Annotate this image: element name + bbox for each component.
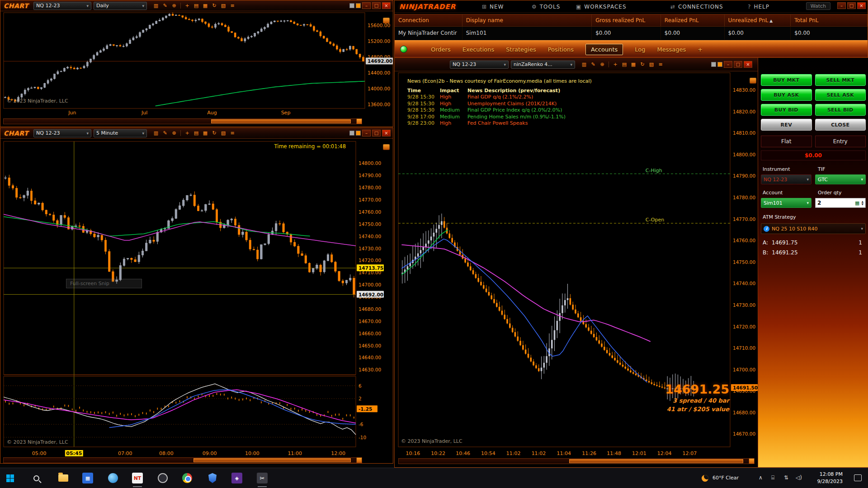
scrollbar-end-button[interactable] <box>356 119 362 124</box>
menu-new[interactable]: ⊞NEW <box>482 0 504 13</box>
skin-gray-square[interactable] <box>711 62 716 67</box>
horizontal-scrollbar[interactable] <box>3 457 362 463</box>
tab-accounts[interactable]: Accounts <box>585 44 623 55</box>
zoom-in-icon[interactable]: ⊕ <box>170 2 178 9</box>
maximize-button[interactable]: □ <box>847 2 856 9</box>
search-button[interactable] <box>30 472 42 484</box>
account-row[interactable]: My NinjaTrader ContirSim101$0.00$0.00$0.… <box>395 27 868 40</box>
weather-widget[interactable] <box>698 472 711 484</box>
sell-ask-button[interactable]: SELL ASK <box>815 89 866 101</box>
instrument-dropdown[interactable]: NQ 12-23 ▾ <box>450 61 509 69</box>
indicators-icon[interactable]: ≡ <box>656 61 665 68</box>
chart-trader-icon[interactable]: ▤ <box>192 2 200 9</box>
buy-bid-button[interactable]: BUY BID <box>761 104 812 116</box>
skin-orange-square[interactable] <box>356 131 361 136</box>
tray-volume-icon[interactable]: ◁) <box>796 474 802 481</box>
buy-ask-button[interactable]: BUY ASK <box>761 89 812 101</box>
tab-strategies[interactable]: Strategies <box>506 46 536 53</box>
chart-properties-icon[interactable] <box>750 78 756 84</box>
menu-workspaces[interactable]: ▣WORKSPACES <box>576 0 627 13</box>
tab-add[interactable]: + <box>698 46 703 53</box>
add-icon[interactable]: + <box>183 130 191 137</box>
close-button[interactable]: × <box>857 2 866 9</box>
horizontal-scrollbar[interactable] <box>398 458 755 464</box>
scrollbar-thumb[interactable] <box>211 119 351 123</box>
weather-label[interactable]: 60°F Clear <box>712 475 739 481</box>
scrollbar-end-button[interactable] <box>749 459 754 464</box>
data-grid-icon[interactable]: ▦ <box>201 130 209 137</box>
taskbar-item-purple-app[interactable]: ◈ <box>231 472 243 484</box>
taskbar-item-app[interactable] <box>107 472 119 484</box>
taskbar-item-security[interactable] <box>206 472 219 484</box>
daily-chart-titlebar[interactable]: CHART NQ 12-23 ▾ Daily ▾ ▥✎⊕+▤▦↻▧≡ –□× <box>0 0 393 11</box>
horizontal-scrollbar[interactable] <box>3 118 362 124</box>
tab-log[interactable]: Log <box>635 46 645 53</box>
instrument-dropdown[interactable]: NQ 12-23 ▾ <box>33 2 91 10</box>
action-center-icon[interactable] <box>854 474 862 481</box>
maximize-button[interactable]: □ <box>734 61 742 68</box>
close-button[interactable]: CLOSE <box>815 119 866 131</box>
alerts-icon[interactable]: ▧ <box>219 2 227 9</box>
taskbar-item-clock-app[interactable] <box>156 472 169 484</box>
column-header[interactable]: Unrealized PnL ▲ <box>725 14 791 26</box>
alerts-icon[interactable]: ▧ <box>219 130 227 137</box>
reload-icon[interactable]: ↻ <box>638 61 646 68</box>
minimize-button[interactable]: – <box>837 2 846 9</box>
taskbar-item-explorer[interactable] <box>57 472 70 484</box>
draw-tools-icon[interactable]: ✎ <box>161 130 169 137</box>
column-header[interactable]: Realized PnL <box>661 14 725 26</box>
skin-gray-square[interactable] <box>349 3 354 8</box>
column-header[interactable]: Connection <box>395 14 462 26</box>
taskbar-item-chrome[interactable] <box>181 472 193 484</box>
tab-orders[interactable]: Orders <box>431 46 451 53</box>
minimize-button[interactable]: – <box>362 2 371 9</box>
tab-messages[interactable]: Messages <box>657 46 686 53</box>
chart-properties-icon[interactable] <box>383 18 390 23</box>
zoom-in-icon[interactable]: ⊕ <box>598 61 606 68</box>
minimize-button[interactable]: – <box>724 61 732 68</box>
instrument-dropdown[interactable]: NQ 12-23 ▾ <box>33 129 91 137</box>
skin-gray-square[interactable] <box>349 131 354 136</box>
tif-dropdown[interactable]: GTC ▾ <box>815 174 866 184</box>
m5-chart-titlebar[interactable]: CHART NQ 12-23 ▾ 5 Minute ▾ ▥✎⊕+▤▦↻▧≡ –□… <box>0 128 393 139</box>
chart-trader-icon[interactable]: ▤ <box>620 61 628 68</box>
skin-orange-square[interactable] <box>717 62 722 67</box>
indicators-icon[interactable]: ≡ <box>228 2 236 9</box>
watch-button[interactable]: Watch <box>806 2 830 10</box>
menu-tools[interactable]: ⚙TOOLS <box>532 0 560 13</box>
chart-trader-icon[interactable]: ▤ <box>192 130 200 137</box>
atm-strategy-dropdown[interactable]: iNQ 25 10 S10 R40 ▾ <box>761 223 866 234</box>
column-header[interactable]: Display name <box>462 14 592 26</box>
maximize-button[interactable]: □ <box>372 130 381 136</box>
order-qty-input[interactable]: 2 ▦ ▲▼ <box>815 198 866 208</box>
accounts-table-header[interactable]: ConnectionDisplay nameGross realized PnL… <box>395 14 868 27</box>
menu-connections[interactable]: ⇄CONNECTIONS <box>670 0 723 13</box>
data-grid-icon[interactable]: ▦ <box>201 2 209 9</box>
close-button[interactable]: × <box>382 2 391 9</box>
atm-instrument-dropdown[interactable]: NQ 12-23 ▾ <box>761 174 811 184</box>
reload-icon[interactable]: ↻ <box>210 2 218 9</box>
scrollbar-thumb[interactable] <box>569 459 743 463</box>
start-button[interactable] <box>4 472 16 484</box>
qty-presets-icon[interactable]: ▦ <box>855 200 859 206</box>
add-icon[interactable]: + <box>611 61 619 68</box>
draw-tools-icon[interactable]: ✎ <box>589 61 597 68</box>
column-header[interactable]: Total PnL <box>791 14 868 26</box>
skin-orange-square[interactable] <box>356 3 361 8</box>
tray-network-icon[interactable]: ⇅ <box>784 474 788 481</box>
scrollbar-thumb[interactable] <box>193 458 351 462</box>
minimize-button[interactable]: – <box>362 130 371 136</box>
m5-chart-canvas[interactable]: 14800.0014790.0014780.0014770.0014760.00… <box>0 139 394 458</box>
chart-style-icon[interactable]: ▥ <box>152 130 160 137</box>
taskbar-clock[interactable]: 12:08 PM 9/28/2023 <box>817 471 843 485</box>
zoom-in-icon[interactable]: ⊕ <box>170 130 178 137</box>
taskbar-item-calculator[interactable]: ▦ <box>81 472 94 484</box>
control-center-titlebar[interactable]: NINJATRADER ⊞NEW⚙TOOLS▣WORKSPACES⇄CONNEC… <box>395 0 868 13</box>
rev-button[interactable]: REV <box>761 119 812 131</box>
sell-bid-button[interactable]: SELL BID <box>815 104 866 116</box>
reload-icon[interactable]: ↻ <box>210 130 218 137</box>
qty-spinner[interactable]: ▲▼ <box>861 200 863 206</box>
add-icon[interactable]: + <box>183 2 191 9</box>
maximize-button[interactable]: □ <box>372 2 381 9</box>
period-dropdown[interactable]: ninZaRenko 4... ▾ <box>511 61 575 69</box>
